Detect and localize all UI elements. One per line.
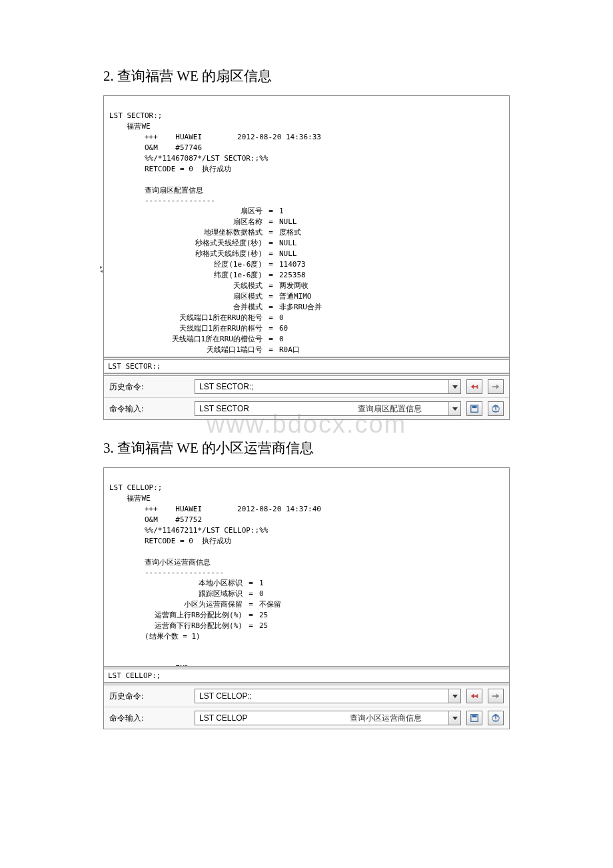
s1-meta2: O&M #57746 bbox=[109, 143, 202, 152]
run-button[interactable] bbox=[488, 401, 504, 416]
kv-val: 两发两收 bbox=[276, 281, 308, 291]
kv-eq: = bbox=[266, 291, 276, 302]
forward-button[interactable] bbox=[488, 379, 504, 394]
kv-val: 1 bbox=[276, 206, 284, 217]
input-combo[interactable]: LST CELLOP 查询小区运营商信息 bbox=[195, 711, 461, 725]
kv-val: 1 bbox=[256, 578, 264, 589]
s2-retcode: RETCODE = 0 执行成功 bbox=[109, 537, 231, 545]
history-value: LST SECTOR:; bbox=[195, 382, 448, 391]
kv-eq: = bbox=[266, 281, 276, 291]
chevron-down-icon[interactable] bbox=[448, 380, 460, 393]
kv-eq: = bbox=[266, 217, 276, 227]
save-button[interactable] bbox=[466, 711, 482, 725]
kv-key: 运营商下行RB分配比例(%) bbox=[109, 621, 246, 631]
table-row: 扇区模式=普通MIMO bbox=[109, 291, 504, 302]
s2-meta2: O&M #57752 bbox=[109, 515, 202, 524]
s2-echo: %%/*11467211*/LST CELLOP:;%% bbox=[109, 526, 268, 535]
back-button[interactable] bbox=[466, 689, 482, 703]
s1-divider: ---------------- bbox=[109, 196, 215, 205]
kv-val: 0 bbox=[256, 589, 264, 599]
back-button[interactable] bbox=[466, 379, 482, 394]
section2-panel: LST CELLOP:; 福营WE +++ HUAWEI 2012-08-20 … bbox=[103, 467, 510, 729]
kv-eq: = bbox=[266, 302, 276, 313]
kv-eq: = bbox=[246, 610, 256, 621]
forward-button[interactable] bbox=[488, 689, 504, 703]
kv-key: 天线端口1所在RRU的框号 bbox=[109, 323, 266, 334]
s1-retcode: RETCODE = 0 执行成功 bbox=[109, 165, 231, 173]
kv-eq: = bbox=[266, 206, 276, 217]
svg-rect-4 bbox=[472, 715, 477, 718]
input-label: 命令输入: bbox=[109, 403, 189, 415]
section1-panel: LST SECTOR:; 福营WE +++ HUAWEI 2012-08-20 … bbox=[103, 95, 510, 420]
kv-key: 秒格式天线纬度(秒) bbox=[109, 249, 266, 259]
table-row: 天线模式=两发两收 bbox=[109, 281, 504, 291]
kv-val: 不保留 bbox=[256, 599, 281, 610]
kv-val: 25 bbox=[256, 621, 268, 631]
input-row: 命令输入: LST SECTOR 查询扇区配置信息 bbox=[104, 397, 509, 419]
kv-eq: = bbox=[266, 249, 276, 259]
kv-key: 扇区模式 bbox=[109, 291, 266, 302]
side-marks: ▸◂ bbox=[100, 265, 103, 273]
table-row: 扇区名称=NULL bbox=[109, 217, 504, 227]
kv-eq: = bbox=[246, 621, 256, 631]
kv-val: NULL bbox=[276, 249, 297, 259]
kv-val: 非多RRU合并 bbox=[276, 302, 322, 313]
table-row: 天线端口1端口号=R0A口 bbox=[109, 345, 504, 355]
section2-cmdbar: LST CELLOP:; bbox=[104, 669, 509, 683]
table-row: 天线端口2所在RRU的柜号=0 bbox=[109, 355, 504, 358]
kv-key: 小区为运营商保留 bbox=[109, 599, 246, 610]
kv-eq: = bbox=[266, 259, 276, 270]
kv-val: 0 bbox=[276, 313, 284, 323]
kv-val: 0 bbox=[276, 334, 284, 345]
kv-key: 秒格式天线经度(秒) bbox=[109, 238, 266, 249]
section1-title: 2. 查询福营 WE 的扇区信息 bbox=[103, 67, 510, 85]
table-row: 扇区号=1 bbox=[109, 206, 504, 217]
table-row: 天线端口1所在RRU的柜号=0 bbox=[109, 313, 504, 323]
kv-val: 25 bbox=[256, 610, 268, 621]
history-value: LST CELLOP:; bbox=[195, 691, 448, 701]
kv-key: 经度(1e-6度) bbox=[109, 259, 266, 270]
svg-rect-1 bbox=[472, 406, 477, 409]
input-combo[interactable]: LST SECTOR 查询扇区配置信息 bbox=[195, 401, 461, 416]
table-row: 天线端口1所在RRU的槽位号=0 bbox=[109, 334, 504, 345]
s1-echo: %%/*11467087*/LST SECTOR:;%% bbox=[109, 154, 268, 163]
chevron-down-icon[interactable] bbox=[448, 711, 460, 725]
kv-eq: = bbox=[266, 345, 276, 355]
table-row: 跟踪区域标识=0 bbox=[109, 589, 504, 599]
kv-eq: = bbox=[246, 578, 256, 589]
history-combo[interactable]: LST CELLOP:; bbox=[195, 689, 461, 703]
save-button[interactable] bbox=[466, 401, 482, 416]
kv-key: 天线模式 bbox=[109, 281, 266, 291]
section1-output: LST SECTOR:; 福营WE +++ HUAWEI 2012-08-20 … bbox=[104, 96, 509, 357]
kv-eq: = bbox=[266, 334, 276, 345]
kv-val: R0A口 bbox=[276, 345, 300, 355]
section1-cmdbar: LST SECTOR:; bbox=[104, 360, 509, 373]
s2-end: --- END bbox=[109, 664, 189, 667]
kv-key: 本地小区标识 bbox=[109, 578, 246, 589]
table-row: 秒格式天线经度(秒)=NULL bbox=[109, 238, 504, 249]
kv-key: 跟踪区域标识 bbox=[109, 589, 246, 599]
kv-val: 普通MIMO bbox=[276, 291, 312, 302]
kv-val: 度格式 bbox=[276, 227, 301, 238]
s2-meta1: +++ HUAWEI 2012-08-20 14:37:40 bbox=[109, 505, 321, 513]
section2-output: LST CELLOP:; 福营WE +++ HUAWEI 2012-08-20 … bbox=[104, 468, 509, 667]
s2-divider: ------------------ bbox=[109, 568, 224, 577]
s2-cmd: LST CELLOP:; bbox=[109, 483, 162, 492]
history-label: 历史命令: bbox=[109, 691, 189, 702]
chevron-down-icon[interactable] bbox=[448, 402, 460, 415]
history-label: 历史命令: bbox=[109, 381, 189, 393]
input-row: 命令输入: LST CELLOP 查询小区运营商信息 bbox=[104, 707, 509, 729]
chevron-down-icon[interactable] bbox=[448, 689, 460, 703]
kv-val: NULL bbox=[276, 238, 297, 249]
kv-eq: = bbox=[266, 313, 276, 323]
kv-key: 天线端口1所在RRU的柜号 bbox=[109, 313, 266, 323]
table-row: 合并模式=非多RRU合并 bbox=[109, 302, 504, 313]
history-combo[interactable]: LST SECTOR:; bbox=[195, 379, 461, 394]
s1-site: 福营WE bbox=[109, 122, 151, 131]
input-desc: 查询小区运营商信息 bbox=[350, 713, 448, 724]
kv-val: NULL bbox=[276, 217, 297, 227]
table-row: 经度(1e-6度)=114073 bbox=[109, 259, 504, 270]
input-value: LST SECTOR bbox=[195, 404, 358, 413]
kv-key: 纬度(1e-6度) bbox=[109, 270, 266, 281]
run-button[interactable] bbox=[488, 711, 504, 725]
